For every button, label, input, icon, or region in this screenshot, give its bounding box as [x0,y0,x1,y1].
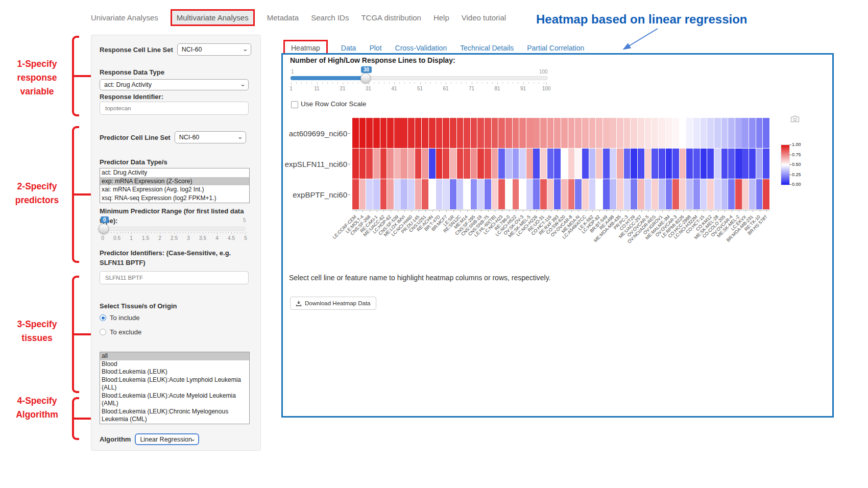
heatmap-cell[interactable] [568,118,575,148]
heatmap-cell[interactable] [408,118,415,148]
heatmap-cell[interactable] [394,179,401,209]
predictor-data-types-listbox[interactable]: act: Drug Activityexp: mRNA Expression (… [100,168,250,203]
heatmap-cell[interactable] [652,179,658,209]
heatmap-cell[interactable] [401,118,407,148]
heatmap-cell[interactable] [464,118,470,148]
heatmap-cell[interactable] [742,149,749,179]
heatmap-cell[interactable] [477,149,484,179]
heatmap-cell[interactable] [436,179,443,209]
heatmap-cell[interactable] [575,118,582,148]
heatmap-cell[interactable] [394,149,401,179]
heatmap-cell[interactable] [526,118,533,148]
heatmap-cell[interactable] [589,118,596,148]
heatmap-cell[interactable] [603,149,610,179]
heatmap-cell[interactable] [721,118,728,148]
heatmap-cell[interactable] [575,179,582,209]
heatmap-cell[interactable] [561,149,568,179]
lines-slider-handle[interactable] [360,73,371,83]
heatmap-cell[interactable] [680,118,686,148]
heatmap-cell[interactable] [701,149,707,179]
heatmap-cell[interactable] [693,118,700,148]
heatmap-cell[interactable] [645,179,652,209]
heatmap-cell[interactable] [492,118,498,148]
heatmap-cell[interactable] [554,149,561,179]
heatmap-cell[interactable] [749,149,756,179]
heatmap-cell[interactable] [568,179,575,209]
heatmap-cell[interactable] [352,118,359,148]
heatmap-cell[interactable] [498,149,505,179]
heatmap-cell[interactable] [610,149,616,179]
heatmap-cell[interactable] [742,118,749,148]
tissue-option[interactable]: Blood:Leukemia (LEUK):Acute Lymphoid Leu… [100,376,249,392]
predictor-cell-line-set-select[interactable]: NCI-60 ⌄ [175,131,246,143]
heatmap-cell[interactable] [401,149,407,179]
heatmap-cell[interactable] [352,179,359,209]
predictor-data-type-option[interactable]: xai: mRNA Expression (Avg. log2 Int.) [100,185,249,194]
heatmap-cell[interactable] [519,149,526,179]
nav-item-multivariate-analyses[interactable]: Multivariate Analyses [171,9,255,26]
heatmap-cell[interactable] [728,179,735,209]
heatmap-cell[interactable] [707,149,714,179]
heatmap-cell[interactable] [707,179,714,209]
heatmap-cell[interactable] [693,149,700,179]
min-range-slider-handle[interactable] [99,224,109,234]
heatmap-cell[interactable] [505,179,512,209]
heatmap-cell[interactable] [756,179,763,209]
nav-item-metadata[interactable]: Metadata [267,13,299,22]
heatmap-cell[interactable] [756,149,763,179]
heatmap-cell[interactable] [471,179,477,209]
heatmap-cell[interactable] [443,149,449,179]
response-cell-line-set-select[interactable]: NCI-60 ⌄ [177,43,251,56]
heatmap-cell[interactable] [756,118,763,148]
heatmap-cell[interactable] [429,149,436,179]
heatmap-cell[interactable] [575,149,582,179]
heatmap-cell[interactable] [477,179,484,209]
heatmap-cell[interactable] [554,118,561,148]
heatmap-cell[interactable] [735,118,742,148]
heatmap-cell[interactable] [498,118,505,148]
heatmap-cell[interactable] [366,118,373,148]
heatmap-cell[interactable] [373,118,380,148]
heatmap-cell[interactable] [742,179,749,209]
heatmap-cell[interactable] [652,149,658,179]
heatmap-cell[interactable] [693,179,700,209]
heatmap-cell[interactable] [380,118,387,148]
heatmap-cell[interactable] [359,149,366,179]
row-color-scale-checkbox[interactable] [291,101,298,108]
heatmap-cell[interactable] [492,149,498,179]
heatmap-cell[interactable] [638,179,644,209]
heatmap-cell[interactable] [485,149,491,179]
heatmap-cell[interactable] [457,149,464,179]
heatmap-cell[interactable] [672,149,679,179]
heatmap-cell[interactable] [645,149,652,179]
heatmap-cell[interactable] [540,149,547,179]
heatmap-cell[interactable] [617,118,623,148]
heatmap-cell[interactable] [359,118,366,148]
heatmap-cell[interactable] [429,118,436,148]
heatmap-cell[interactable] [513,179,519,209]
heatmap-cell[interactable] [624,179,631,209]
heatmap-cell[interactable] [714,118,721,148]
heatmap-cell[interactable] [526,179,533,209]
heatmap-cell[interactable] [547,149,554,179]
heatmap-cell[interactable] [429,179,436,209]
heatmap-cell[interactable] [366,149,373,179]
camera-icon[interactable] [790,115,800,123]
heatmap-cell[interactable] [638,118,644,148]
heatmap-cell[interactable] [686,179,693,209]
heatmap-cell[interactable] [721,179,728,209]
lines-slider-track[interactable] [290,76,548,80]
heatmap-cell[interactable] [631,149,637,179]
heatmap-cell[interactable] [610,118,616,148]
heatmap-cell[interactable] [380,179,387,209]
heatmap-cell[interactable] [680,179,686,209]
heatmap-cell[interactable] [728,149,735,179]
heatmap-cell[interactable] [561,118,568,148]
heatmap-cell[interactable] [568,149,575,179]
heatmap-cell[interactable] [513,149,519,179]
heatmap-cell[interactable] [666,118,672,148]
tab-technical-details[interactable]: Technical Details [460,44,514,52]
heatmap-cell[interactable] [373,149,380,179]
heatmap-cell[interactable] [631,118,637,148]
heatmap-cell[interactable] [408,149,415,179]
